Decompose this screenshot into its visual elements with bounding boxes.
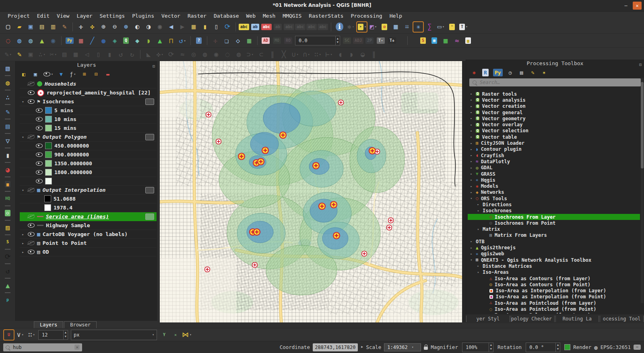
layer-indicator-icon[interactable] (145, 213, 154, 220)
expand-arrow[interactable]: ▸ (469, 178, 473, 182)
locator-search[interactable]: hub ✕ (3, 343, 82, 351)
algo-iso-area-as-interpolation-from-layer-[interactable]: ●Iso-Area as Interpolation (from Layer) (468, 288, 640, 294)
expand-arrow[interactable]: ▸ (21, 232, 25, 236)
visibility-toggle[interactable] (28, 223, 35, 228)
algo-vector-creation[interactable]: ▸QVector creation (468, 103, 640, 109)
expand-arrow[interactable]: ▸ (21, 250, 25, 254)
show-bookmarks[interactable]: ▯ (211, 22, 221, 32)
layer-item-reprojected-amenity-hospital-22-[interactable]: ✚reprojected_amenity_hospital [22] (20, 88, 157, 97)
algo-ors-tools[interactable]: ▾◌ORS Tools (468, 195, 640, 201)
zoom-to-layer[interactable]: ◐ (132, 22, 142, 32)
layer-item-5-mins[interactable]: 5 mins (20, 106, 157, 115)
add-vector-layer[interactable]: ◍ (2, 78, 13, 88)
snap-on-intersection[interactable]: ✕ (170, 330, 181, 340)
expand-arrow[interactable]: ▸ (469, 135, 473, 139)
render-checkbox[interactable] (564, 344, 570, 350)
visibility-toggle[interactable] (36, 126, 43, 130)
select-by-value[interactable]: ◩▾ (368, 22, 378, 32)
mmqgis-globe[interactable]: ◍ (14, 35, 25, 46)
processing-toolbox[interactable]: ✳ (413, 22, 423, 32)
measure-line[interactable]: ▭▾ (436, 22, 446, 32)
processing-scrollbar[interactable] (641, 78, 644, 303)
visibility-toggle[interactable] (28, 214, 35, 219)
visibility-toggle[interactable] (36, 108, 43, 113)
menu-project[interactable]: Project (4, 12, 33, 19)
reload-layers[interactable]: ⟳ (2, 251, 13, 262)
expand-arrow[interactable]: ▾ (476, 228, 480, 231)
menu-mesh[interactable]: Mesh (259, 12, 279, 19)
label-pin[interactable]: ab (250, 22, 260, 32)
visibility-toggle[interactable] (36, 152, 43, 157)
expand-arrow[interactable]: ▸ (469, 166, 473, 170)
expand-all[interactable]: ⊞ (81, 70, 88, 78)
algo-cityjson-loader[interactable]: ▸⊞CityJSON Loader (468, 140, 640, 146)
crs-globe-icon[interactable]: ◍ (594, 344, 597, 351)
expand-arrow[interactable]: ▾ (21, 100, 25, 104)
expand-arrow[interactable]: ▾ (21, 188, 25, 192)
menu-raster[interactable]: Raster (184, 12, 210, 19)
snapping-magnet[interactable]: U (4, 330, 14, 340)
layer-indicator-icon[interactable] (145, 99, 154, 105)
algo-networks[interactable]: ▸◈Networks (468, 189, 640, 195)
algo-hqgis[interactable]: ▸✳Hqgis (468, 177, 640, 183)
magnifier-spin[interactable]: 100% ▲▼ (462, 343, 493, 352)
avoid-overlap[interactable]: ⋈▾ (182, 330, 192, 340)
expand-arrow[interactable]: ▾ (469, 197, 473, 200)
algo-raster-tools[interactable]: ▸QRaster tools (468, 91, 640, 97)
profile-tool[interactable]: ⊓ (166, 35, 176, 46)
expand-arrow[interactable]: ▸ (469, 240, 473, 243)
scale-dropdown[interactable]: 1:49362▾ (384, 343, 421, 351)
algo-vector-general[interactable]: ▸QVector general (468, 109, 640, 115)
zoom-out[interactable]: ⊖ (109, 22, 120, 32)
zoom-last[interactable]: ◀ (166, 22, 176, 32)
expand-arrow[interactable]: ▸ (469, 154, 473, 157)
algo-contour-plugin[interactable]: ▸◗Contour plugin (468, 146, 640, 152)
layer-item-15-mins[interactable]: 15 mins (20, 124, 157, 133)
identify-features[interactable]: ℹ (334, 22, 345, 32)
menu-view[interactable]: View (53, 12, 73, 19)
algo-vector-analysis[interactable]: ▸QVector analysis (468, 97, 640, 103)
visibility-toggle[interactable] (28, 82, 35, 86)
show-layout-manager[interactable]: ▥ (48, 22, 58, 32)
snap-units-dropdown[interactable]: px▾ (71, 330, 157, 340)
osm-search[interactable]: Q (121, 35, 131, 46)
processing-search-box[interactable]: Search… (469, 78, 641, 86)
remove-layer[interactable]: ▬ (104, 70, 111, 78)
select-features[interactable]: ➤▾ (357, 22, 367, 32)
layer-item-900-0000000[interactable]: 900.0000000 (20, 150, 157, 159)
expand-arrow[interactable]: ▸ (21, 241, 25, 245)
contour-plugin[interactable]: ◗ (143, 35, 154, 46)
snap-vertex-mode[interactable]: ∨▾ (15, 330, 25, 340)
options-wrench[interactable]: ✶ (541, 69, 548, 76)
visibility-toggle[interactable] (36, 179, 43, 183)
algo-iso-area-as-polygons-from-layer-[interactable]: ✱Iso-Area as Polygons (from Layer) (468, 312, 640, 314)
algo-isochrones[interactable]: ▾Isochrones (468, 208, 640, 214)
serval-tool[interactable]: S (2, 237, 13, 247)
algo-gdal[interactable]: ▸◍GDAL (468, 165, 640, 171)
algo-iso-area-as-contours-from-layer-[interactable]: ◬Iso-Area as Contours (from Layer) (468, 275, 640, 281)
algo-vector-overlay[interactable]: ▸QVector overlay (468, 121, 640, 127)
visibility-toggle[interactable] (36, 170, 43, 174)
visibility-toggle[interactable] (28, 241, 35, 245)
visibility-toggle[interactable] (36, 144, 43, 148)
layer-item-blank[interactable] (20, 177, 157, 186)
zoom-in[interactable]: ⊕ (98, 22, 109, 32)
tab-browser[interactable]: Browser (64, 321, 97, 328)
new-virtual-layer[interactable]: ▽ (2, 135, 13, 146)
algo-matrix[interactable]: ▾Matrix (468, 226, 640, 232)
layer-item-10-mins[interactable]: 10 mins (20, 115, 157, 124)
save-project[interactable]: ▣ (25, 22, 36, 32)
ors-tools[interactable]: ◌ (3, 35, 13, 46)
layer-item-highway-sample[interactable]: Highway Sample (20, 221, 157, 230)
georef-points[interactable]: ◇ (233, 35, 243, 46)
expand-arrow[interactable]: ▸ (469, 142, 473, 145)
menu-layer[interactable]: Layer (73, 12, 96, 19)
history[interactable]: ◷ (507, 69, 514, 76)
data-source-manager[interactable]: ▧ (2, 63, 13, 74)
georef-table[interactable]: ▦ (244, 35, 254, 46)
gdrive-layers[interactable]: ▲ (2, 280, 13, 291)
tab-layers[interactable]: Layers (34, 321, 63, 328)
zoom-to-selection[interactable]: ◑ (143, 22, 154, 32)
layer-item-point-to-point[interactable]: ▸▤Point to Point (20, 239, 157, 248)
cad-t-minus[interactable]: T- (376, 35, 386, 46)
